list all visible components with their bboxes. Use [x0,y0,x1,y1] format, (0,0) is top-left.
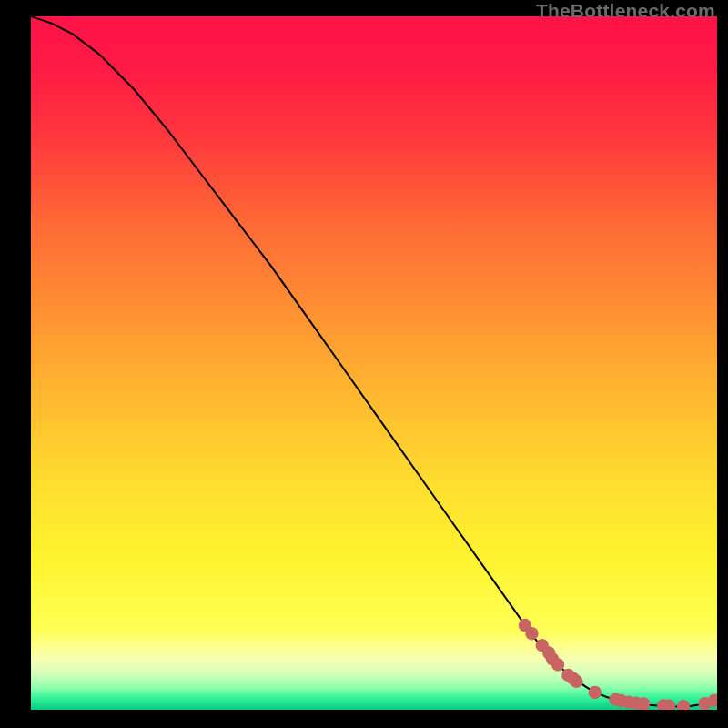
data-dot [677,700,690,710]
curve-layer [31,16,717,710]
data-dot [570,675,582,688]
data-dot [589,686,602,699]
data-dot [525,627,538,640]
watermark-text: TheBottleneck.com [536,0,715,22]
plot-area [31,16,717,710]
data-dot [551,658,564,671]
bottleneck-curve [31,16,717,707]
data-dots [519,619,717,710]
chart-stage: TheBottleneck.com [0,0,728,728]
